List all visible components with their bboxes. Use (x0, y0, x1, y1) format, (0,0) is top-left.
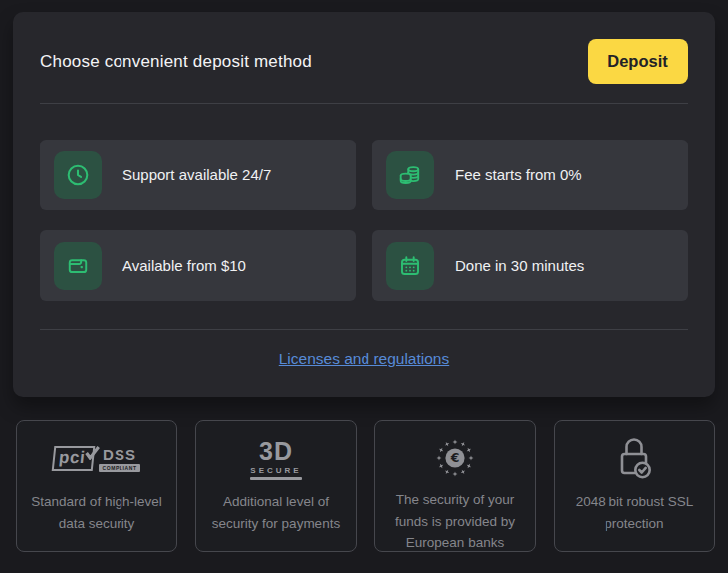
euro-stars-icon: € (432, 435, 478, 481)
feature-tile-speed: Done in 30 minutes (372, 230, 688, 301)
badge-pci-dss: pci DSS COMPLIANT Standard of high-level… (16, 420, 177, 552)
feature-label: Support available 24/7 (122, 166, 271, 183)
dss-text: DSS (103, 447, 136, 462)
badge-ssl: 2048 bit robust SSL protection (554, 420, 715, 552)
check-icon (84, 445, 101, 465)
coins-icon (386, 151, 434, 199)
badge-caption: The security of your funds is provided b… (387, 489, 523, 554)
deposit-card: Choose convenient deposit method Deposit… (13, 12, 715, 397)
licenses-link[interactable]: Licenses and regulations (279, 350, 449, 367)
compliant-text: COMPLIANT (99, 464, 139, 472)
header-divider (40, 103, 688, 104)
card-header: Choose convenient deposit method Deposit (40, 39, 688, 84)
calendar-icon (386, 242, 434, 290)
deposit-button[interactable]: Deposit (588, 39, 688, 84)
feature-label: Done in 30 minutes (455, 257, 584, 274)
page-title: Choose convenient deposit method (40, 52, 312, 72)
badge-caption: Standard of high-level data security (29, 491, 164, 534)
secure-text: SECURE (250, 466, 301, 475)
trust-badges: pci DSS COMPLIANT Standard of high-level… (16, 420, 715, 552)
feature-tile-minimum: Available from $10 (40, 230, 356, 301)
feature-label: Fee starts from 0% (455, 166, 582, 183)
badge-caption: Additional level of security for payment… (208, 491, 344, 534)
secure-underline (250, 477, 302, 480)
wallet-icon (54, 242, 102, 290)
feature-tile-support: Support available 24/7 (40, 140, 356, 210)
three-d-secure-logo: 3D SECURE (250, 435, 302, 483)
pci-dss-logo: pci DSS COMPLIANT (53, 435, 139, 483)
badge-caption: 2048 bit robust SSL protection (567, 491, 702, 534)
feature-tile-fee: Fee starts from 0% (372, 140, 688, 210)
badge-3d-secure: 3D SECURE Additional level of security f… (195, 420, 357, 552)
3d-text: 3D (259, 439, 293, 464)
ssl-lock-icon (612, 435, 656, 483)
clock-icon (54, 151, 102, 199)
badge-european-banks: € The security of your funds is provided… (374, 420, 536, 552)
link-row: Licenses and regulations (40, 350, 688, 368)
feature-tiles: Support available 24/7 Fee starts from 0… (40, 140, 688, 301)
svg-text:€: € (450, 450, 460, 465)
footer-divider (40, 329, 688, 330)
feature-label: Available from $10 (122, 257, 246, 274)
